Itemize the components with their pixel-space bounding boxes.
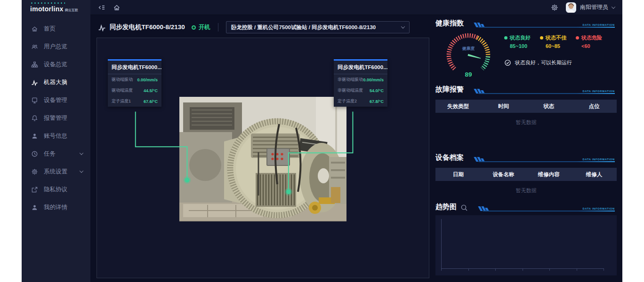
section-title: 设备档案: [435, 153, 464, 162]
archive-table-header: 日期 设备名称 维修内容 维修人: [435, 168, 617, 181]
column-header: 点位: [572, 103, 617, 110]
sidebar-item-machine-brain[interactable]: 机器大脑: [22, 73, 90, 91]
user-menu[interactable]: 南阳管理员: [566, 2, 615, 13]
chart-y-axis: [441, 219, 442, 269]
metric-label: 定子温度1: [112, 98, 131, 104]
external-link-icon: [31, 186, 38, 193]
gauge-label: 健康度: [462, 46, 475, 51]
sidebar-item-system-settings[interactable]: 系统设置: [22, 163, 90, 180]
column-header: 状态: [526, 103, 572, 110]
trend-chart-canvas: [435, 215, 617, 275]
card-title: 同步发电机TF6000...: [334, 61, 387, 74]
sidebar-item-device-overview[interactable]: 设备总览: [22, 55, 90, 73]
users-icon: [31, 43, 38, 50]
card-row: 非驱动端振动 0.00/mm/s: [334, 74, 387, 85]
metric-label: 定子温度2: [338, 98, 357, 104]
gauge-value: 89: [465, 71, 472, 78]
logo: imotorlinx舜云互联: [22, 0, 90, 15]
logo-subtext: 舜云互联: [65, 8, 78, 12]
sidebar-item-label: 系统设置: [44, 168, 67, 176]
data-information-watermark: DATA INFORMATION: [583, 158, 615, 161]
legend-dot-yellow: [540, 36, 543, 39]
topbar-main: 南阳管理员: [90, 0, 622, 15]
health-index-section: 健康指数 DATA INFORMATION: [435, 19, 617, 78]
chevron-down-icon: [612, 5, 615, 8]
chart-x-axis: [441, 268, 604, 271]
sidebar-item-label: 设备总览: [44, 61, 67, 69]
topbar: imotorlinx舜云互联 南阳管理员: [22, 0, 622, 15]
card-title: 同步发电机TF6000...: [108, 61, 161, 74]
data-information-watermark: DATA INFORMATION: [583, 24, 615, 26]
sidebar-item-my-details[interactable]: 我的详情: [22, 198, 90, 216]
data-information-watermark: DATA INFORMATION: [583, 207, 615, 210]
collapse-sidebar-icon[interactable]: [98, 4, 105, 11]
legend-item-good: 状态良好 85~100: [504, 34, 531, 49]
legend-item-danger: 状态危险 <60: [576, 34, 602, 49]
magnifier-icon[interactable]: [460, 204, 468, 212]
sidebar-item-account-info[interactable]: 账号信息: [22, 127, 90, 145]
clock-icon: [31, 150, 38, 157]
metric-value: 0.00/mm/s: [137, 78, 158, 82]
home-icon: [31, 25, 38, 32]
user-icon: [31, 133, 38, 140]
sidebar-item-label: 首页: [44, 25, 56, 33]
section-decoration: DATA INFORMATION: [475, 155, 617, 162]
metric-value: 54.0/°C: [370, 88, 384, 93]
sidebar-item-label: 报警管理: [44, 114, 67, 122]
sidebar-item-label: 用户总览: [44, 43, 67, 51]
sidebar-item-label: 设备管理: [44, 96, 67, 104]
logo-text: imotorlinx: [30, 5, 64, 13]
empty-state: 暂无数据: [435, 113, 617, 126]
section-decoration: DATA INFORMATION: [475, 87, 617, 94]
sidebar-item-label: 我的详情: [44, 204, 67, 212]
equipment-panel: 同步发电机TF6000... 驱动端振动 0.00/mm/s 驱动端温度 44.…: [97, 38, 429, 278]
content-area: 同步发电机TF6000-8/2130 开机 卧龙控股 / 重机公司7500试验站…: [90, 15, 622, 282]
column-header: 失效类型: [435, 103, 481, 110]
empty-state: 暂无数据: [435, 181, 617, 194]
home-icon[interactable]: [113, 4, 121, 11]
metric-label: 非驱动端振动: [338, 77, 363, 83]
user-icon: [31, 204, 38, 211]
sidebar-item-privacy-policy[interactable]: 隐私协议: [22, 180, 90, 198]
divider: [218, 23, 218, 31]
column-header: 日期: [435, 171, 481, 178]
sidebar-item-label: 账号信息: [44, 132, 67, 140]
gauge-needle: [467, 54, 481, 59]
health-gauge: 健康度 89: [435, 30, 504, 78]
sidebar-item-tasks[interactable]: 任务: [22, 145, 90, 163]
device-selector[interactable]: 卧龙控股 / 重机公司7500试验站 / 同步发电机TF6000-8/2130: [226, 21, 410, 33]
column-header: 时间: [481, 103, 526, 110]
sidebar-item-user-overview[interactable]: 用户总览: [22, 38, 90, 55]
drive-end-card: 同步发电机TF6000... 驱动端振动 0.00/mm/s 驱动端温度 44.…: [108, 59, 161, 107]
column-header: 设备名称: [481, 171, 526, 178]
check-circle-icon: [504, 59, 511, 66]
nondrive-end-card: 同步发电机TF6000... 非驱动端振动 0.00/mm/s 非驱动端温度 5…: [334, 59, 387, 107]
pulse-icon: [31, 79, 38, 86]
equipment-photo: [179, 97, 346, 221]
sidebar-item-home[interactable]: 首页: [22, 20, 90, 38]
legend-item-poor: 状态不佳 60~85: [540, 34, 566, 49]
sidebar-item-label: 机器大脑: [44, 78, 67, 86]
health-status-note: 状态良好，可以长期运行: [504, 59, 617, 66]
card-row: 定子温度2 67.8/°C: [334, 96, 387, 107]
pulse-icon: [98, 24, 106, 31]
sidebar-item-device-management[interactable]: 设备管理: [22, 91, 90, 109]
data-information-watermark: DATA INFORMATION: [583, 90, 615, 93]
metric-label: 驱动端温度: [112, 87, 133, 94]
device-title: 同步发电机TF6000-8/2130: [110, 23, 185, 31]
sidebar-item-alarm-management[interactable]: 报警管理: [22, 109, 90, 127]
status-dot: [192, 25, 196, 30]
health-legend: 状态良好 85~100 状态不佳 60~85 状态危险 <60: [504, 34, 617, 49]
card-row: 定子温度1 67.6/°C: [108, 96, 161, 107]
metric-value: 67.8/°C: [370, 99, 384, 104]
section-title: 趋势图: [435, 203, 457, 212]
metric-value: 44.5/°C: [144, 88, 158, 93]
section-decoration: DATA INFORMATION: [479, 204, 617, 212]
card-row: 驱动端温度 44.5/°C: [108, 85, 161, 96]
sidebar: 首页 用户总览 设备总览 机器大脑 设备管理 报警管理: [22, 15, 90, 282]
settings-gear-icon[interactable]: [551, 4, 558, 11]
chevron-down-icon: [80, 151, 83, 155]
sidebar-item-label: 任务: [44, 150, 56, 158]
alarm-table-header: 失效类型 时间 状态 点位: [435, 100, 617, 113]
fault-alarm-section: 故障报警 DATA INFORMATION 失效类型 时间 状态 点位 暂无数: [435, 85, 617, 126]
